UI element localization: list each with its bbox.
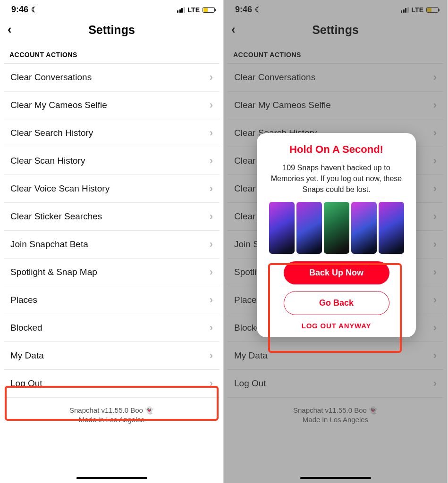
row-blocked[interactable]: Blocked› bbox=[4, 314, 220, 342]
snap-thumbnail bbox=[379, 202, 404, 254]
snap-thumbnails bbox=[267, 202, 406, 254]
chevron-right-icon: › bbox=[210, 322, 213, 334]
phone-right: 9:46 ☾ LTE ‹ Settings ACCOUNT ACTIONS Cl… bbox=[224, 0, 448, 483]
row-join-beta[interactable]: Join Snapchat Beta› bbox=[4, 231, 220, 258]
home-indicator[interactable] bbox=[76, 477, 147, 479]
logout-backup-dialog: Hold On A Second! 109 Snaps haven't back… bbox=[257, 133, 416, 337]
row-spotlight-snap-map[interactable]: Spotlight & Snap Map› bbox=[4, 258, 220, 286]
row-clear-cameos-selfie[interactable]: Clear My Cameos Selfie› bbox=[4, 92, 220, 119]
back-up-now-button[interactable]: Back Up Now bbox=[284, 261, 389, 284]
row-my-data[interactable]: My Data› bbox=[4, 342, 220, 370]
section-header: ACCOUNT ACTIONS bbox=[0, 42, 223, 63]
row-clear-scan-history[interactable]: Clear Scan History› bbox=[4, 147, 220, 175]
chevron-right-icon: › bbox=[210, 266, 213, 278]
network-label: LTE bbox=[188, 6, 200, 14]
chevron-right-icon: › bbox=[210, 238, 213, 250]
status-bar: 9:46 ☾ LTE bbox=[0, 0, 223, 17]
row-log-out[interactable]: Log Out› bbox=[4, 370, 220, 397]
snap-thumbnail bbox=[351, 202, 377, 254]
phone-left: 9:46 ☾ LTE ‹ Settings ACCOUNT ACTIONS Cl… bbox=[0, 0, 224, 483]
snap-thumbnail bbox=[296, 202, 322, 254]
version-text: Snapchat v11.55.0 Boo 👻 bbox=[0, 406, 223, 415]
snap-thumbnail bbox=[269, 202, 295, 254]
chevron-right-icon: › bbox=[210, 127, 213, 139]
row-clear-sticker-searches[interactable]: Clear Sticker Searches› bbox=[4, 203, 220, 231]
signal-icon bbox=[177, 7, 185, 13]
page-title: Settings bbox=[88, 23, 135, 37]
chevron-right-icon: › bbox=[210, 71, 213, 83]
page-header: ‹ Settings bbox=[0, 17, 223, 42]
log-out-anyway-link[interactable]: LOG OUT ANYWAY bbox=[267, 322, 406, 330]
row-clear-search-history[interactable]: Clear Search History› bbox=[4, 119, 220, 147]
chevron-right-icon: › bbox=[210, 377, 213, 390]
row-clear-conversations[interactable]: Clear Conversations› bbox=[4, 64, 220, 92]
row-places[interactable]: Places› bbox=[4, 286, 220, 314]
chevron-right-icon: › bbox=[210, 155, 213, 167]
dialog-title: Hold On A Second! bbox=[267, 143, 406, 156]
chevron-right-icon: › bbox=[210, 294, 213, 306]
chevron-right-icon: › bbox=[210, 350, 213, 362]
home-indicator[interactable] bbox=[300, 477, 371, 479]
back-button[interactable]: ‹ bbox=[8, 22, 12, 37]
made-in-text: Made in Los Angeles bbox=[0, 416, 223, 424]
chevron-right-icon: › bbox=[210, 210, 213, 223]
footer: Snapchat v11.55.0 Boo 👻 Made in Los Ange… bbox=[0, 398, 223, 424]
chevron-right-icon: › bbox=[210, 183, 213, 195]
settings-list: Clear Conversations› Clear My Cameos Sel… bbox=[4, 63, 220, 398]
go-back-button[interactable]: Go Back bbox=[284, 291, 389, 315]
status-time: 9:46 bbox=[11, 5, 28, 15]
dnd-moon-icon: ☾ bbox=[31, 5, 38, 14]
snap-thumbnail bbox=[324, 202, 349, 254]
row-clear-voice-scan-history[interactable]: Clear Voice Scan History› bbox=[4, 175, 220, 203]
battery-icon bbox=[203, 7, 215, 13]
chevron-right-icon: › bbox=[210, 99, 213, 111]
dialog-message: 109 Snaps haven't backed up to Memories … bbox=[267, 162, 406, 195]
